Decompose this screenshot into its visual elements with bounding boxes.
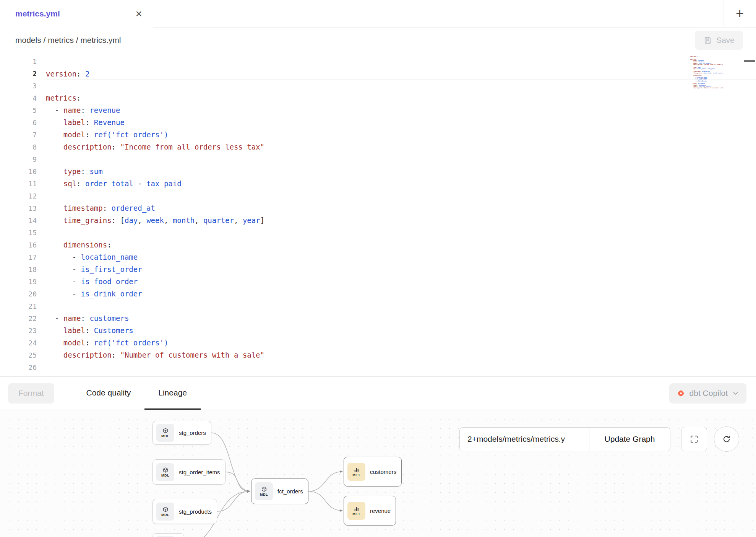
code-line[interactable]: [46, 153, 756, 166]
code-line[interactable]: - location_name: [46, 251, 756, 264]
code-line[interactable]: description: "Number of customers with a…: [46, 349, 756, 361]
node-label: fct_orders: [277, 488, 303, 495]
code-line[interactable]: time_grains: [day, week, month, quarter,…: [46, 215, 756, 227]
code-line[interactable]: [46, 80, 756, 92]
new-tab-button[interactable]: +: [723, 0, 756, 28]
metric-icon: MET: [347, 463, 365, 481]
lineage-node-revenue[interactable]: METrevenue: [344, 496, 396, 526]
fullscreen-icon: [689, 434, 699, 444]
line-number: 26: [0, 361, 37, 374]
line-number: 16: [0, 239, 37, 251]
plus-icon: +: [736, 6, 744, 22]
node-label: stg_orders: [179, 430, 206, 436]
model-icon: MDL: [156, 424, 174, 442]
dbt-copilot-button[interactable]: dbt Copilot: [669, 383, 746, 404]
node-kind-badge: MDL: [161, 513, 169, 517]
lineage-node-stg_products[interactable]: MDLstg_products: [152, 499, 217, 524]
minimap-line: description: "Number of customers with a…: [690, 88, 723, 89]
code-line[interactable]: label: Revenue: [46, 117, 756, 129]
line-number: 8: [0, 141, 37, 153]
lineage-edge: [308, 491, 342, 511]
save-label: Save: [716, 36, 735, 45]
lineage-node-stg_order_items[interactable]: MDLstg_order_items: [152, 459, 226, 485]
code-line[interactable]: model: ref('fct_orders'): [46, 129, 756, 141]
code-line[interactable]: description: "Income from all orders les…: [46, 141, 756, 153]
lineage-canvas[interactable]: Update Graph MDLstg_ordersMDLstg_order_i…: [0, 410, 756, 537]
indent-guide: [62, 104, 62, 361]
model-icon: MDL: [255, 482, 273, 500]
line-number: 4: [0, 92, 37, 104]
scrollbar-thumb[interactable]: [744, 60, 755, 62]
line-number: 18: [0, 264, 37, 276]
breadcrumb-row: models / metrics / metrics.yml Save: [0, 28, 756, 53]
line-number: 24: [0, 337, 37, 349]
refresh-button[interactable]: [714, 426, 739, 452]
code-line[interactable]: timestamp: ordered_at: [46, 202, 756, 215]
tab-bar-fill: [153, 0, 723, 28]
line-number: 15: [0, 227, 37, 239]
line-number: 17: [0, 251, 37, 264]
code-line[interactable]: type: sum: [46, 166, 756, 178]
code-line[interactable]: label: Customers: [46, 325, 756, 337]
tab-lineage[interactable]: Lineage: [144, 377, 201, 410]
model-icon: MDL: [156, 503, 174, 521]
minimap[interactable]: version: 2metrics: - name: revenue label…: [690, 55, 723, 105]
node-label: stg_order_items: [179, 469, 220, 475]
line-number: 1: [0, 55, 37, 68]
lineage-controls: Update Graph: [459, 426, 739, 452]
fullscreen-button[interactable]: [681, 427, 707, 451]
tab-bar: metrics.yml × +: [0, 0, 756, 28]
lineage-node-fct_orders[interactable]: MDLfct_orders: [251, 478, 308, 504]
node-kind-badge: MET: [352, 473, 360, 477]
code-line[interactable]: model: ref('fct_orders'): [46, 337, 756, 349]
code-line[interactable]: [46, 227, 756, 239]
save-button[interactable]: Save: [695, 31, 743, 50]
code-line[interactable]: [46, 55, 756, 68]
code-line[interactable]: - is_first_order: [46, 264, 756, 276]
code-line[interactable]: - is_drink_order: [46, 288, 756, 300]
minimap-line: [690, 89, 723, 91]
format-button[interactable]: Format: [8, 383, 54, 404]
breadcrumb[interactable]: models / metrics / metrics.yml: [15, 36, 121, 45]
line-number: 2: [0, 68, 37, 80]
code-line[interactable]: [46, 190, 756, 202]
lineage-node-customers[interactable]: METcustomers: [344, 457, 402, 487]
copilot-label: dbt Copilot: [689, 389, 728, 398]
save-icon: [703, 36, 712, 45]
model-icon: MDL: [156, 463, 174, 481]
line-number: 13: [0, 202, 37, 215]
lineage-edge: [308, 472, 342, 491]
chevron-down-icon: [732, 390, 739, 397]
code-line[interactable]: [46, 300, 756, 312]
node-kind-badge: MDL: [161, 474, 169, 477]
line-number: 7: [0, 129, 37, 141]
dbt-copilot-icon: [677, 389, 685, 398]
code-line[interactable]: - is_food_order: [46, 276, 756, 288]
code-area[interactable]: version: 2metrics: - name: revenue label…: [46, 55, 756, 376]
close-icon[interactable]: ×: [135, 8, 142, 20]
lineage-node-stg_partial[interactable]: MDL: [152, 533, 184, 537]
lineage-search-input[interactable]: [459, 427, 589, 451]
line-number: 3: [0, 80, 37, 92]
line-number: 9: [0, 153, 37, 166]
code-line[interactable]: metrics:: [46, 92, 756, 104]
code-line[interactable]: [46, 361, 756, 374]
node-kind-badge: MDL: [161, 434, 169, 438]
line-number: 19: [0, 276, 37, 288]
metric-icon: MET: [347, 502, 365, 520]
lineage-node-stg_orders[interactable]: MDLstg_orders: [152, 421, 211, 445]
code-line[interactable]: version: 2: [46, 68, 756, 80]
tab-code-quality[interactable]: Code quality: [73, 377, 145, 410]
update-graph-button[interactable]: Update Graph: [589, 427, 670, 451]
tab-metrics-yml[interactable]: metrics.yml ×: [0, 0, 153, 28]
line-number: 6: [0, 117, 37, 129]
code-line[interactable]: - name: customers: [46, 312, 756, 325]
code-line[interactable]: dimensions:: [46, 239, 756, 251]
line-number: 12: [0, 190, 37, 202]
code-line[interactable]: sql: order_total - tax_paid: [46, 178, 756, 190]
code-editor[interactable]: 1234567891011121314151617181920212223242…: [0, 53, 756, 376]
panel-tabs: Code qualityLineage: [73, 377, 201, 410]
line-number-gutter: 1234567891011121314151617181920212223242…: [0, 55, 46, 376]
tab-title: metrics.yml: [15, 9, 60, 18]
code-line[interactable]: - name: revenue: [46, 104, 756, 117]
